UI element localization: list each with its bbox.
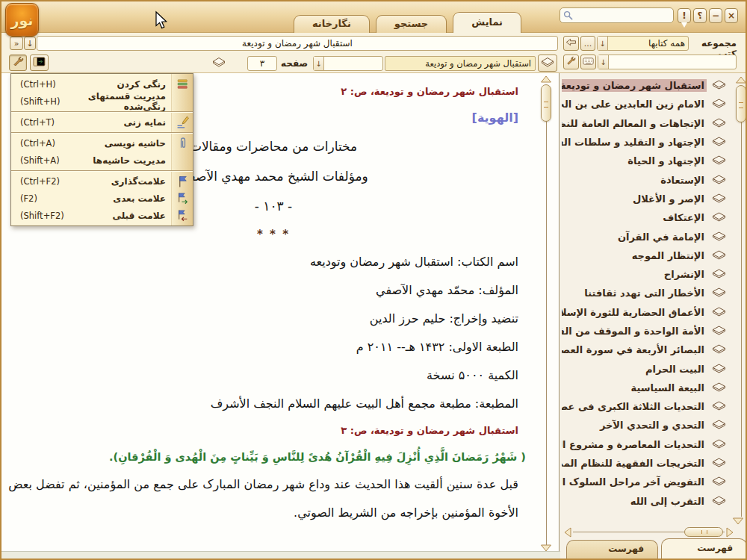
book-icon: [711, 137, 726, 148]
book-list-item[interactable]: التحدیات الثلاثة الکبری فی عصرنا: [562, 397, 732, 416]
book-list-item[interactable]: البصائر الأربعة في سورة العصر: [562, 340, 732, 359]
scrollbar-thumb[interactable]: [684, 527, 723, 537]
book-list-item[interactable]: الإجتهاد و الحیاة: [562, 152, 732, 170]
scroll-up-button[interactable]: [540, 75, 552, 83]
menu-item[interactable]: (Ctrl+F2) علامت‌گذاری: [11, 172, 193, 190]
menu-item[interactable]: (Shift+F2) علامت قبلی: [11, 207, 193, 224]
scroll-down-button[interactable]: [732, 517, 744, 525]
help-button[interactable]: ؟: [693, 8, 707, 23]
current-book-field[interactable]: استقبال شهر رمضان و تودیعة: [385, 56, 536, 71]
scrollbar-track[interactable]: [741, 121, 742, 517]
main-tab[interactable]: نمایش: [453, 12, 521, 33]
app-logo: نور: [5, 3, 39, 37]
history-back-button[interactable]: «: [10, 37, 23, 50]
menu-shortcut: (Ctrl+T): [20, 117, 55, 128]
scroll-left-button[interactable]: [564, 527, 571, 535]
book-list-item[interactable]: الأمة الواحدة و الموقف من الفتنة ا: [562, 322, 732, 340]
text-line: المؤلف: محمّد مهدي الآصفي: [6, 276, 538, 305]
book-icon: [711, 287, 726, 299]
book-info-button[interactable]: [538, 55, 557, 72]
menu-item[interactable]: (Ctrl+A) حاشیه نویسی: [11, 134, 193, 152]
menu-item[interactable]: (Shift+A) مدیریت حاشیه‌ها: [11, 152, 193, 169]
book-title: الامام زین العابدین علی بن الحسی: [562, 98, 707, 111]
book-list-item[interactable]: التحدي و التحدي الآخر: [562, 416, 732, 435]
section-dropdown[interactable]: ↓: [313, 56, 383, 71]
book-list-item[interactable]: الإجتهاد و التقلید و سلطات الفقیه: [562, 133, 732, 152]
scroll-up-button[interactable]: [735, 76, 747, 84]
book-list-item[interactable]: الإستعاذة: [562, 170, 732, 189]
book-title: التقرب إلی الله: [628, 495, 707, 508]
alert-button[interactable]: !: [678, 8, 691, 23]
left-arrow-icon: [565, 38, 577, 49]
book-list-item[interactable]: التقرب إلی الله: [562, 492, 732, 511]
menu-shortcut: (Ctrl+H): [20, 79, 56, 90]
book-list-item[interactable]: الأخطار التی تهدد ثقافتنا: [562, 284, 732, 302]
status-bar: [1, 551, 560, 560]
book-list-item[interactable]: الإصر و الأغلال: [562, 190, 732, 208]
book-list-item[interactable]: الإتجاهات و المعالم العامة للنظام ا: [562, 114, 732, 133]
more-options-button[interactable]: ...: [580, 36, 595, 51]
book-title: استقبال شهر رمضان و تودیعة: [562, 79, 707, 92]
scroll-right-button[interactable]: [726, 527, 734, 535]
sidebar-tools-button[interactable]: [563, 55, 579, 69]
keyboard-button[interactable]: [580, 55, 596, 69]
book-title: البیعة السیاسیة: [629, 382, 707, 394]
application-window: نمایشجستجونگارخانه نور !؟−× « ↓ استقبال …: [0, 0, 747, 560]
text-line: الکمیة ۵۰۰۰ نسخة: [6, 361, 538, 390]
book-list-item[interactable]: التخریجات الفقهیة للنظام المصرف: [562, 454, 732, 473]
book-list-item[interactable]: الإعتکاف: [562, 208, 732, 227]
book-title: الإمامة في القرآن: [616, 231, 707, 243]
book-list-item[interactable]: البیت الحرام: [562, 359, 732, 378]
menu-item[interactable]: (Ctrl+T) نمایه زنی: [11, 113, 193, 131]
down-arrow-icon[interactable]: ↓: [314, 57, 324, 70]
minimize-button[interactable]: −: [709, 8, 722, 23]
main-tab[interactable]: جستجو: [376, 15, 447, 33]
close-button[interactable]: ×: [725, 8, 738, 23]
scrollbar-thumb[interactable]: [541, 84, 551, 122]
book-list-item[interactable]: الإمامة في القرآن: [562, 227, 732, 246]
book-list-item[interactable]: الامام زین العابدین علی بن الحسی: [562, 95, 732, 113]
book-title: التخریجات الفقهیة للنظام المصرف: [562, 457, 707, 470]
book-list-item[interactable]: الأعماق الحضاریة للثورة الإسلامیة: [562, 303, 732, 322]
address-dropdown-button[interactable]: ↓: [24, 37, 36, 50]
page-number-field[interactable]: ۳: [247, 56, 277, 71]
book-title: التحدیات المعاصرة و مشروع الموا: [562, 438, 707, 451]
book-title: الإستعاذة: [658, 174, 707, 187]
menu-shortcut: (Shift+H): [20, 96, 60, 107]
back-arrow-button[interactable]: [563, 36, 579, 51]
menu-separator: [11, 132, 193, 133]
book-icon: [711, 269, 726, 280]
search-input[interactable]: [573, 10, 663, 22]
global-search[interactable]: [560, 7, 674, 23]
open-panel-button[interactable]: [30, 55, 49, 71]
down-arrow-icon[interactable]: ↓: [598, 37, 608, 50]
index-tab[interactable]: فهرست درختی: [661, 538, 747, 559]
book-list-item[interactable]: استقبال شهر رمضان و تودیعة: [562, 76, 732, 95]
highlight-icon: [176, 78, 189, 90]
scrollbar-track[interactable]: [546, 121, 547, 545]
index-tab[interactable]: فهرست گزینشی: [566, 540, 658, 559]
down-arrow-icon[interactable]: ↓: [598, 55, 609, 69]
address-field[interactable]: استقبال شهر رمضان و تودیعة: [37, 36, 558, 51]
bookmark-next-icon: [176, 192, 189, 205]
menu-item[interactable]: (Shift+H) مدیریت قسمتهای رنگی‌شده: [11, 93, 193, 110]
book-list-item[interactable]: البیعة السیاسیة: [562, 379, 732, 397]
text-line: قبل عدة سنین ألقیت هذا الحدیث عند وداع ش…: [6, 470, 538, 499]
menu-item[interactable]: (F2) علامت بعدی: [11, 190, 193, 207]
collection-dropdown[interactable]: ↓ همه کتابها: [597, 36, 689, 51]
sidebar-filter-dropdown[interactable]: ↓: [598, 55, 737, 69]
book-icon: [711, 458, 726, 469]
book-icon: [711, 420, 726, 431]
book-list-item[interactable]: الإنشراح: [562, 265, 732, 284]
menu-label: علامت‌گذاری: [111, 176, 166, 187]
scrollbar-thumb[interactable]: [736, 85, 746, 122]
book-icon: [711, 193, 726, 205]
main-tab[interactable]: نگارخانه: [294, 15, 370, 33]
book-title: الإنشراح: [662, 268, 707, 281]
tools-button[interactable]: [9, 55, 27, 71]
book-list-item[interactable]: التفویض آخر مراحل السلوک الی ا: [562, 473, 732, 491]
book-list-item[interactable]: التحدیات المعاصرة و مشروع الموا: [562, 435, 732, 454]
book-title: البصائر الأربعة في سورة العصر: [562, 343, 707, 356]
book-list-item[interactable]: الإنتظار الموجه: [562, 246, 732, 265]
wrench-icon: [13, 56, 24, 69]
